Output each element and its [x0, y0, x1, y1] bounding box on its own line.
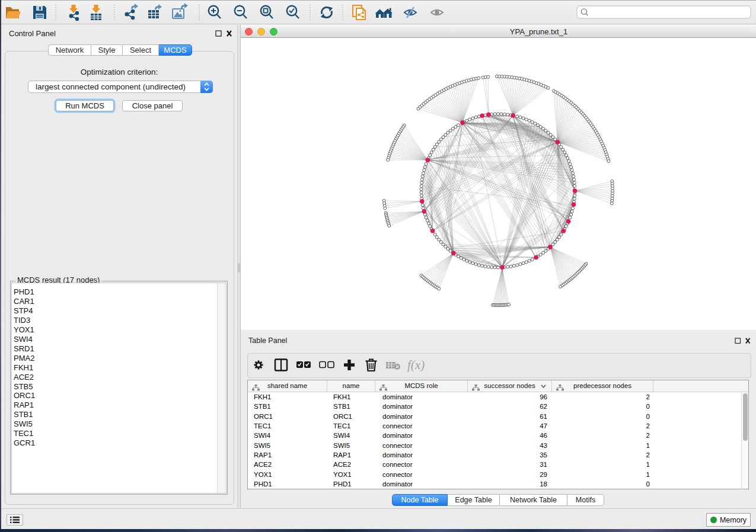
svg-text:f(x): f(x)	[407, 358, 425, 372]
